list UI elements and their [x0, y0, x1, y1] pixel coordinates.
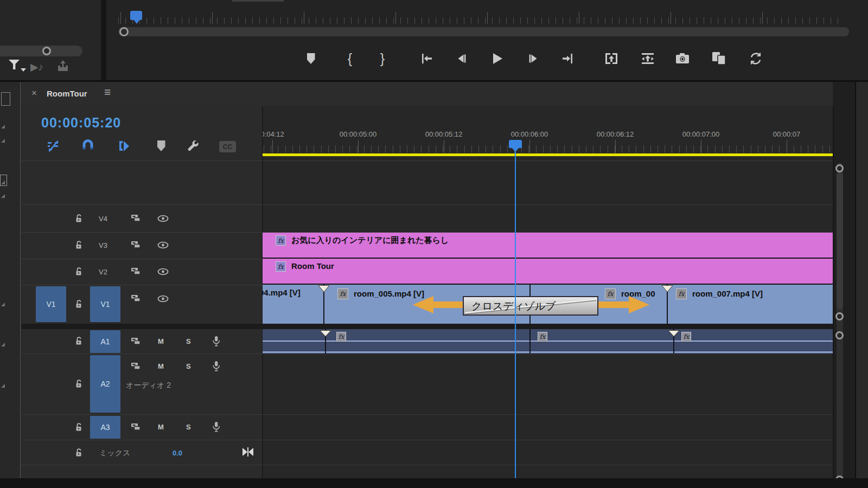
fx-badge[interactable]: fx [276, 261, 286, 272]
mic-icon[interactable] [212, 335, 220, 346]
comparison-view-button[interactable] [710, 50, 727, 67]
settings-wrench-button[interactable] [185, 138, 200, 155]
track-target-a3-button[interactable]: A3 [90, 416, 120, 439]
nest-toggle-button[interactable] [46, 139, 60, 153]
track-lock-icon[interactable] [75, 241, 82, 249]
sync-lock-icon[interactable] [130, 423, 141, 431]
play-button[interactable] [488, 50, 506, 67]
track-target-a1-button[interactable]: A1 [90, 330, 120, 353]
fx-badge[interactable]: fx [681, 332, 691, 342]
track-output-eye-icon[interactable] [157, 267, 169, 275]
track-label-v3[interactable]: V3 [99, 241, 107, 249]
tab-title[interactable]: RoomTour [47, 89, 87, 98]
solo-button[interactable]: S [186, 362, 191, 370]
captions-button[interactable]: CC [219, 141, 236, 152]
track-lock-icon[interactable] [75, 300, 82, 309]
sync-lock-icon[interactable] [130, 214, 141, 222]
tab-close-icon[interactable]: × [31, 88, 37, 99]
export-frame-button[interactable] [674, 50, 691, 67]
track-lock-icon[interactable] [75, 214, 82, 223]
video-audio-separator[interactable] [22, 324, 833, 329]
fx-badge[interactable]: fx [538, 332, 547, 342]
track-output-eye-icon[interactable] [157, 294, 169, 303]
export-icon[interactable] [55, 59, 71, 74]
bottom-edge-band [0, 478, 868, 488]
monitor-seekbar[interactable] [118, 27, 849, 36]
vertical-scrollbar-thumb[interactable] [837, 172, 843, 309]
mute-button[interactable]: M [158, 337, 164, 345]
track-lock-icon[interactable] [75, 380, 82, 388]
content-right-edge [833, 106, 834, 478]
scroll-handle[interactable] [835, 164, 844, 172]
solo-button[interactable]: S [186, 337, 191, 345]
mark-out-button[interactable]: } [374, 50, 391, 67]
transition-box[interactable]: クロスディゾルブ [463, 296, 598, 316]
audio-level-line[interactable] [263, 341, 833, 342]
fx-badge[interactable]: fx [676, 288, 687, 299]
linked-selection-button[interactable] [117, 139, 131, 153]
step-back-button[interactable] [453, 50, 470, 67]
go-to-in-button[interactable] [418, 50, 436, 67]
mic-icon[interactable] [212, 421, 220, 432]
track-lock-icon[interactable] [75, 337, 82, 345]
solo-button[interactable]: S [186, 423, 191, 431]
fx-badge[interactable]: fx [337, 288, 348, 299]
premiere-workspace: ▶♪ { } × RoomT [0, 0, 868, 488]
clip-v2-graphic[interactable]: fx Room Tour [263, 259, 833, 285]
sync-refresh-button[interactable] [747, 50, 764, 67]
snap-magnet-button[interactable] [81, 139, 95, 153]
track-lock-icon[interactable] [75, 448, 82, 457]
sync-lock-icon[interactable] [130, 337, 141, 345]
step-forward-button[interactable] [525, 50, 542, 67]
mute-button[interactable]: M [158, 362, 164, 370]
playhead-line[interactable] [515, 140, 516, 478]
sync-lock-icon[interactable] [130, 362, 141, 370]
left-edge-strip [0, 82, 20, 488]
edit-point[interactable] [529, 329, 531, 354]
track-label-v2[interactable]: V2 [99, 268, 107, 276]
scroll-handle[interactable] [835, 312, 844, 320]
track-lock-icon[interactable] [75, 423, 82, 432]
add-marker-button[interactable] [302, 50, 320, 67]
drag-arrow-left-shaft [432, 301, 464, 308]
clip-v3-graphic[interactable]: fx お気に入りのインテリアに囲まれた暮らし [263, 233, 833, 259]
mix-keyframe-icon[interactable] [241, 447, 255, 457]
clip-label: お気に入りのインテリアに囲まれた暮らし [291, 235, 449, 246]
v1-source-button[interactable]: V1 [36, 286, 66, 322]
render-bar [263, 153, 833, 156]
a1-clip-band[interactable]: fx fx fx [263, 329, 833, 354]
track-target-v1-button[interactable]: V1 [90, 286, 120, 322]
ruler-major-ticks [263, 140, 833, 153]
mark-in-button[interactable]: { [341, 50, 359, 67]
fx-badge[interactable]: fx [276, 235, 286, 246]
track-name-a2[interactable]: オーディオ 2 [126, 381, 171, 390]
go-to-out-button[interactable] [559, 50, 576, 67]
sync-lock-icon[interactable] [130, 241, 141, 249]
sync-lock-icon[interactable] [130, 267, 141, 275]
zoom-slider[interactable] [0, 46, 82, 56]
playhead-timecode[interactable]: 00:00:05:20 [41, 115, 121, 131]
track-output-eye-icon[interactable] [157, 241, 169, 249]
mic-icon[interactable] [212, 360, 220, 371]
fx-badge[interactable]: fx [336, 332, 346, 342]
monitor-seek-knob[interactable] [119, 27, 129, 36]
left-strip-divider[interactable] [20, 82, 21, 488]
master-volume-value[interactable]: 0.0 [173, 449, 182, 457]
track-label-v4[interactable]: V4 [99, 215, 107, 223]
zoom-slider-knob[interactable] [42, 47, 51, 55]
track-lock-icon[interactable] [75, 267, 82, 276]
panel-menu-icon[interactable]: ≡ [104, 86, 111, 99]
extract-button[interactable] [639, 50, 656, 67]
add-marker-button[interactable] [156, 140, 167, 152]
play-audio-icon[interactable]: ▶♪ [30, 61, 43, 73]
lift-button[interactable] [603, 50, 620, 67]
scroll-handle[interactable] [835, 331, 844, 339]
fx-badge[interactable]: fx [605, 288, 616, 299]
track-output-eye-icon[interactable] [157, 214, 169, 222]
mute-button[interactable]: M [158, 423, 164, 431]
left-strip-mark [1, 303, 5, 306]
monitor-playhead-marker[interactable] [130, 11, 142, 20]
track-target-a2-button[interactable]: A2 [90, 355, 120, 413]
transition-label: クロスディゾルブ [471, 299, 556, 313]
sync-lock-icon[interactable] [130, 294, 141, 303]
